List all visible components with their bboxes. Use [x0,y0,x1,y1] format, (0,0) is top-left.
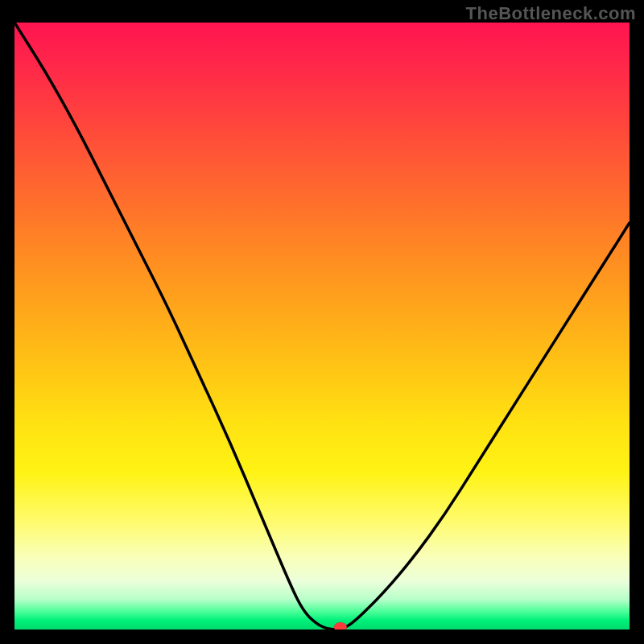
minimum-marker-icon [334,622,347,630]
chart-stage: TheBottleneck.com [0,0,644,644]
curve-layer [14,23,630,630]
bottleneck-curve [14,23,630,630]
watermark-text: TheBottleneck.com [466,3,636,24]
plot-area [14,23,630,630]
